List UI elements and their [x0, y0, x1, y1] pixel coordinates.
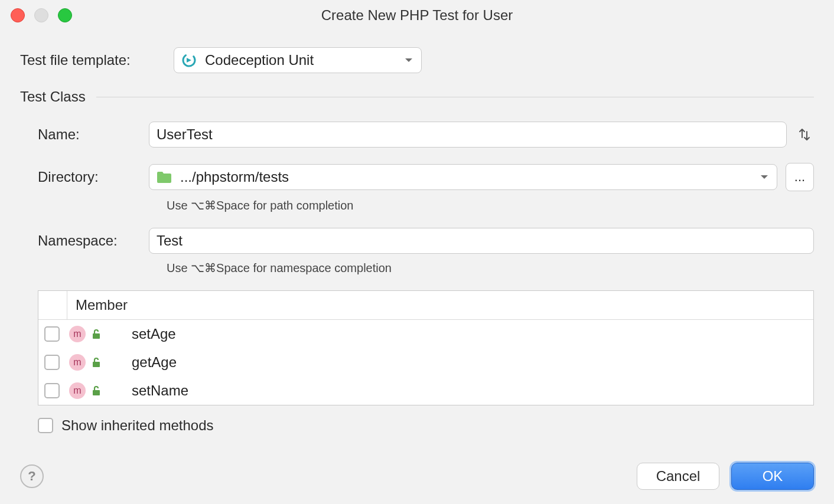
- method-icon: m: [69, 354, 86, 371]
- method-icon: m: [69, 382, 86, 399]
- titlebar: Create New PHP Test for User: [0, 0, 834, 31]
- member-name: setName: [132, 382, 188, 399]
- namespace-label: Namespace:: [38, 233, 149, 249]
- member-checkbox[interactable]: [44, 355, 60, 370]
- svg-rect-1: [93, 333, 100, 339]
- members-header: Member: [38, 291, 813, 320]
- directory-hint: Use ⌥⌘Space for path completion: [167, 198, 814, 212]
- public-visibility-icon: [90, 356, 102, 368]
- window-controls: [11, 8, 72, 22]
- members-checkbox-column: [38, 291, 67, 319]
- group-divider: [96, 97, 814, 97]
- public-visibility-icon: [90, 328, 102, 340]
- svg-rect-3: [93, 390, 100, 395]
- directory-row: Directory: .../phpstorm/tests: [20, 163, 814, 191]
- template-label: Test file template:: [20, 52, 149, 68]
- name-input[interactable]: [149, 122, 787, 148]
- public-visibility-icon: [90, 385, 102, 397]
- show-inherited-checkbox[interactable]: [38, 418, 53, 433]
- method-icon: m: [69, 326, 86, 342]
- chevron-down-icon: [759, 172, 770, 182]
- member-row[interactable]: m setName: [38, 377, 813, 405]
- codeception-icon: [181, 53, 197, 68]
- template-combo[interactable]: Codeception Unit: [174, 47, 422, 73]
- test-class-group-title: Test Class: [20, 89, 86, 105]
- create-test-dialog: Create New PHP Test for User Test file t…: [0, 0, 834, 504]
- ok-button[interactable]: OK: [731, 463, 814, 490]
- folder-icon: [157, 171, 172, 184]
- test-class-group-header: Test Class: [20, 89, 814, 105]
- dialog-title: Create New PHP Test for User: [0, 7, 834, 24]
- member-name: getAge: [132, 354, 177, 371]
- directory-combo[interactable]: .../phpstorm/tests: [149, 164, 777, 190]
- name-row: Name:: [20, 122, 814, 148]
- cancel-button[interactable]: Cancel: [637, 463, 719, 490]
- namespace-input[interactable]: [149, 228, 814, 254]
- members-table: Member m setAge m: [38, 290, 814, 405]
- template-selected: Codeception Unit: [205, 52, 314, 68]
- show-inherited-label: Show inherited methods: [61, 417, 213, 434]
- directory-value: .../phpstorm/tests: [180, 169, 289, 185]
- namespace-hint: Use ⌥⌘Space for namespace completion: [167, 261, 814, 275]
- window-close-button[interactable]: [11, 8, 25, 22]
- show-inherited-row: Show inherited methods: [38, 417, 814, 434]
- namespace-row: Namespace:: [20, 228, 814, 254]
- dialog-footer: ? Cancel OK: [0, 459, 834, 504]
- svg-rect-2: [93, 362, 100, 367]
- dialog-content: Test file template: Codeception Unit: [0, 31, 834, 459]
- window-minimize-button[interactable]: [34, 8, 48, 22]
- member-checkbox[interactable]: [44, 383, 60, 398]
- members-column-header: Member: [67, 297, 128, 313]
- member-row[interactable]: m setAge: [38, 320, 813, 348]
- template-row: Test file template: Codeception Unit: [20, 47, 814, 73]
- member-row[interactable]: m getAge: [38, 348, 813, 377]
- help-button[interactable]: ?: [20, 464, 44, 488]
- chevron-down-icon: [403, 55, 414, 66]
- directory-label: Directory:: [38, 169, 149, 185]
- swap-arrows-icon: [797, 127, 812, 142]
- browse-directory-button[interactable]: ...: [786, 163, 814, 191]
- window-maximize-button[interactable]: [58, 8, 72, 22]
- member-checkbox[interactable]: [44, 326, 60, 342]
- name-label: Name:: [38, 126, 149, 143]
- member-name: setAge: [132, 326, 176, 342]
- swap-name-button[interactable]: [795, 122, 814, 148]
